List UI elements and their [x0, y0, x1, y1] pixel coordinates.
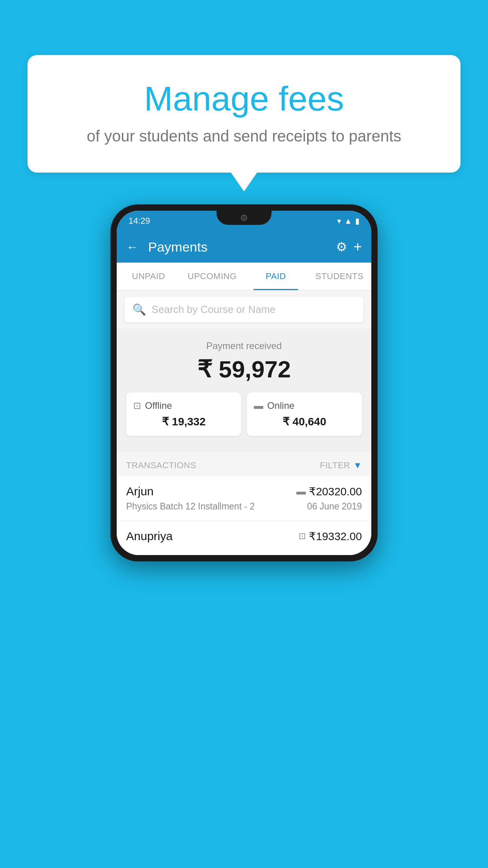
battery-icon: ▮: [355, 216, 360, 226]
transaction-amount-wrap: ▬ ₹20320.00: [296, 485, 362, 498]
offline-icon: ⊡: [133, 400, 141, 411]
online-icon: ▬: [254, 400, 263, 411]
status-icons: ▾ ▲ ▮: [337, 216, 360, 226]
transaction-amount-2: ₹19332.00: [309, 530, 362, 543]
bubble-title: Manage fees: [47, 79, 441, 119]
wifi-icon: ▾: [337, 216, 341, 226]
bubble-subtitle: of your students and send receipts to pa…: [47, 127, 441, 145]
transactions-label: TRANSACTIONS: [126, 460, 196, 471]
status-bar: 14:29 ▾ ▲ ▮: [117, 211, 371, 231]
transaction-date: 06 June 2019: [307, 501, 362, 512]
rupee-icon: ⊡: [299, 531, 306, 541]
transaction-top-2: Anupriya ⊡ ₹19332.00: [126, 530, 362, 543]
tab-upcoming[interactable]: UPCOMING: [180, 263, 244, 290]
card-icon: ▬: [296, 486, 306, 497]
offline-card-top: ⊡ Offline: [133, 400, 234, 411]
transaction-row-anupriya[interactable]: Anupriya ⊡ ₹19332.00: [117, 521, 371, 555]
tab-students[interactable]: STUDENTS: [308, 263, 371, 290]
transaction-name-2: Anupriya: [126, 530, 172, 543]
filter-icon: ▼: [353, 460, 362, 471]
transaction-row-arjun[interactable]: Arjun ▬ ₹20320.00 Physics Batch 12 Insta…: [117, 476, 371, 521]
transaction-amount: ₹20320.00: [309, 485, 362, 498]
transaction-course: Physics Batch 12 Installment - 2: [126, 501, 255, 512]
offline-card: ⊡ Offline ₹ 19,332: [126, 392, 241, 436]
transaction-amount-wrap-2: ⊡ ₹19332.00: [299, 530, 362, 543]
add-button[interactable]: +: [354, 239, 362, 255]
gear-icon[interactable]: ⚙: [336, 239, 347, 254]
online-card-top: ▬ Online: [254, 400, 355, 411]
phone-outer: 14:29 ▾ ▲ ▮ ← Payments ⚙ + UNPAID UPCOMI…: [110, 204, 378, 561]
tabs-bar: UNPAID UPCOMING PAID STUDENTS: [117, 263, 371, 291]
online-label: Online: [267, 400, 294, 411]
payment-cards: ⊡ Offline ₹ 19,332 ▬ Online ₹ 40,640: [125, 392, 363, 444]
filter-label: FILTER: [320, 460, 350, 471]
notch: [216, 211, 272, 225]
signal-icon: ▲: [344, 217, 352, 226]
search-container: 🔍 Search by Course or Name: [117, 291, 371, 329]
transaction-top: Arjun ▬ ₹20320.00: [126, 485, 362, 498]
filter-button[interactable]: FILTER ▼: [320, 460, 362, 471]
camera: [241, 215, 247, 221]
payment-total-amount: ₹ 59,972: [125, 355, 363, 383]
search-placeholder: Search by Course or Name: [152, 303, 275, 316]
speech-bubble: Manage fees of your students and send re…: [28, 55, 460, 173]
phone-mockup: 14:29 ▾ ▲ ▮ ← Payments ⚙ + UNPAID UPCOMI…: [110, 204, 378, 561]
back-button[interactable]: ←: [126, 240, 139, 254]
phone-inner: 14:29 ▾ ▲ ▮ ← Payments ⚙ + UNPAID UPCOMI…: [117, 211, 371, 555]
offline-label: Offline: [145, 400, 172, 411]
transaction-name: Arjun: [126, 485, 154, 498]
search-bar[interactable]: 🔍 Search by Course or Name: [125, 297, 363, 322]
offline-amount: ₹ 19,332: [133, 415, 234, 428]
tab-unpaid[interactable]: UNPAID: [117, 263, 180, 290]
online-amount: ₹ 40,640: [254, 415, 355, 428]
payment-received-label: Payment received: [125, 340, 363, 351]
search-icon: 🔍: [132, 303, 146, 316]
header-title: Payments: [148, 239, 330, 255]
transactions-header: TRANSACTIONS FILTER ▼: [117, 452, 371, 476]
app-header: ← Payments ⚙ +: [117, 231, 371, 263]
transaction-details: Physics Batch 12 Installment - 2 06 June…: [126, 501, 362, 512]
payment-received-section: Payment received ₹ 59,972 ⊡ Offline ₹ 19…: [117, 329, 371, 452]
tab-paid[interactable]: PAID: [244, 263, 308, 290]
status-time: 14:29: [128, 216, 150, 226]
online-card: ▬ Online ₹ 40,640: [247, 392, 362, 436]
